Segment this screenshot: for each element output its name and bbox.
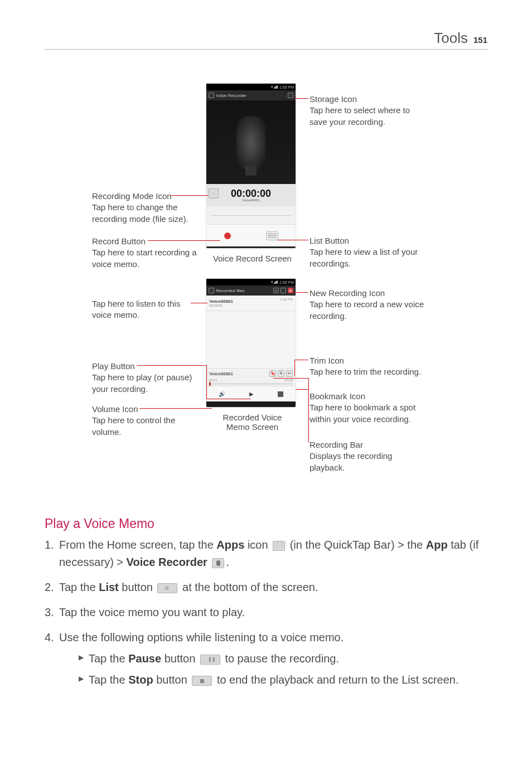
timer-row: ↕ 00:00:00 Voice00001 bbox=[206, 184, 296, 206]
share-icon[interactable]: < bbox=[273, 288, 279, 293]
playback-panel: Voice00001 🔖 ✎ ✂ 00:01 00:09 🔊 ▶ bbox=[206, 368, 296, 401]
bullet-icon: ▶ bbox=[79, 650, 89, 667]
voice-recorder-icon bbox=[212, 558, 224, 568]
mic-icon bbox=[209, 93, 214, 98]
elapsed-time: 00:01 bbox=[209, 379, 217, 382]
step-3: 3. Tap the voice memo you want to play. bbox=[45, 604, 487, 621]
trim-icon[interactable]: ✂ bbox=[286, 370, 293, 377]
screen2-caption: Recorded Voice Memo Screen bbox=[201, 413, 304, 432]
timer-filename: Voice00001 bbox=[242, 198, 259, 202]
voice-record-screen: ▾◢▮1:00 PM Voice Recorder ↕ 00:00:00 Voi… bbox=[206, 84, 296, 248]
files-title: Recorded files bbox=[216, 288, 244, 293]
step-number: 3. bbox=[45, 604, 59, 621]
list-button-icon bbox=[157, 583, 177, 593]
step-number: 2. bbox=[45, 579, 59, 596]
file-time: 1:00 PM bbox=[280, 298, 293, 301]
page-number: 151 bbox=[473, 35, 487, 45]
record-controls bbox=[206, 224, 296, 246]
bookmark-icon[interactable]: 🔖 bbox=[269, 370, 276, 377]
recording-mode-icon[interactable]: ↕ bbox=[209, 188, 219, 198]
bullet-stop: ▶ Tap the Stop button to end the playbac… bbox=[79, 671, 487, 689]
recording-bar[interactable] bbox=[209, 383, 293, 385]
section-title: Tools bbox=[434, 30, 468, 47]
back-icon[interactable] bbox=[209, 288, 214, 293]
edit-icon[interactable]: ✎ bbox=[278, 370, 284, 377]
timer-text: 00:00:00 bbox=[231, 188, 271, 198]
step-1: 1. From the Home screen, tap the Apps ic… bbox=[45, 536, 487, 571]
list-button[interactable] bbox=[266, 231, 278, 240]
mic-illustration bbox=[206, 100, 296, 184]
file-date: 08/28/08 bbox=[209, 304, 293, 307]
file-list-item[interactable]: Voice00001 08/28/08 1:00 PM bbox=[206, 296, 296, 311]
step-2: 2. Tap the List button at the bottom of … bbox=[45, 579, 487, 596]
status-bar-2: ▾◢▮1:00 PM bbox=[206, 279, 296, 285]
callout-volume: Volume Icon Tap here to control the volu… bbox=[92, 404, 204, 438]
diagram: ▾◢▮1:00 PM Voice Recorder ↕ 00:00:00 Voi… bbox=[45, 84, 487, 507]
playback-name: Voice00001 bbox=[209, 371, 233, 376]
screen1-caption: Voice Record Screen bbox=[209, 254, 296, 263]
page-header: Tools 151 bbox=[434, 30, 487, 47]
step-number: 4. bbox=[45, 629, 59, 693]
step-number: 1. bbox=[45, 536, 59, 571]
app-title: Voice Recorder bbox=[216, 93, 246, 98]
app-titlebar: Voice Recorder bbox=[206, 90, 296, 100]
callout-newrec: New Recording Icon Tap here to record a … bbox=[309, 288, 427, 322]
total-time: 00:09 bbox=[284, 379, 293, 382]
files-titlebar: Recorded files < + bbox=[206, 285, 296, 296]
play-button[interactable]: ▶ bbox=[249, 391, 254, 397]
callout-recbar: Recording Bar Displays the recording pla… bbox=[309, 439, 427, 473]
recorded-memo-screen: ▾◢▮1:00 PM Recorded files < + Voice00001… bbox=[206, 279, 296, 407]
playback-header: Voice00001 🔖 ✎ ✂ bbox=[206, 369, 296, 379]
header-divider bbox=[45, 49, 487, 50]
stop-icon-inline bbox=[192, 676, 212, 686]
record-button[interactable] bbox=[224, 233, 231, 239]
bullet-pause: ▶ Tap the Pause button to pause the reco… bbox=[79, 650, 487, 667]
callout-play: Play Button Tap here to play (or pause) … bbox=[92, 361, 204, 395]
callout-record: Record Button Tap here to start recordin… bbox=[92, 236, 204, 270]
trash-icon[interactable] bbox=[280, 288, 286, 293]
volume-icon[interactable]: 🔊 bbox=[219, 391, 225, 397]
status-bar: ▾◢▮1:00 PM bbox=[206, 84, 296, 90]
pause-icon-inline bbox=[200, 655, 220, 665]
instructions: 1. From the Home screen, tap the Apps ic… bbox=[45, 536, 487, 700]
waveform bbox=[206, 206, 296, 224]
callout-mode: Recording Mode Icon Tap here to change t… bbox=[92, 191, 204, 225]
files-empty-area bbox=[206, 311, 296, 368]
apps-icon bbox=[273, 541, 285, 551]
callout-listen: Tap here to listen to this voice memo. bbox=[92, 298, 201, 321]
section-heading: Play a Voice Memo bbox=[45, 516, 154, 531]
storage-icon[interactable] bbox=[288, 93, 293, 98]
callout-storage: Storage Icon Tap here to select where to… bbox=[309, 94, 421, 128]
stop-button[interactable] bbox=[278, 391, 283, 397]
callout-list: List Button Tap here to view a list of y… bbox=[309, 235, 421, 269]
callout-bookmark: Bookmark Icon Tap here to bookmark a spo… bbox=[309, 391, 427, 425]
bullet-icon: ▶ bbox=[79, 671, 89, 689]
step-4: 4. Use the following options while liste… bbox=[45, 629, 487, 693]
callout-trim: Trim Icon Tap here to trim the recording… bbox=[309, 355, 427, 378]
